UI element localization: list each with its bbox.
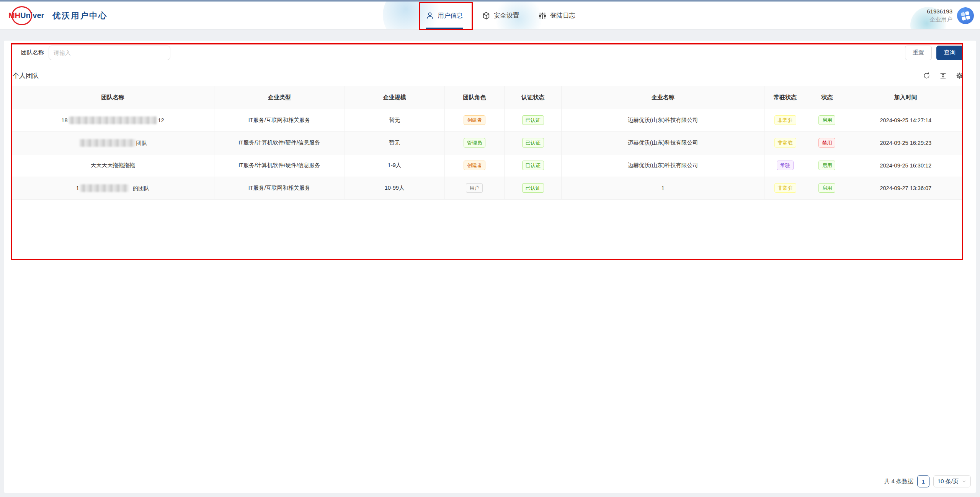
login-log-sliders-icon xyxy=(538,11,547,20)
company-scale-cell: 暂无 xyxy=(345,109,444,131)
section-title: 个人团队 xyxy=(13,71,39,80)
resident-status-cell: 非常驻 xyxy=(764,131,806,154)
company-type-cell: IT服务/计算机软件/硬件/信息服务 xyxy=(214,154,345,177)
team-name-input[interactable] xyxy=(49,46,170,60)
chevron-down-icon xyxy=(962,479,967,484)
cert-status-cell: 已认证 xyxy=(505,131,562,154)
app-logo: MHUniver 优沃用户中心 xyxy=(6,2,108,30)
total-count-label: 共 4 条数据 xyxy=(884,478,913,485)
refresh-icon[interactable] xyxy=(923,72,930,79)
company-scale-cell: 暂无 xyxy=(345,131,444,154)
resident-status-cell: 非常驻 xyxy=(764,109,806,131)
top-border-line xyxy=(0,0,980,2)
redacted-text xyxy=(69,116,157,124)
team-role-cell: 用户 xyxy=(444,177,505,199)
page-number-button[interactable]: 1 xyxy=(917,475,929,487)
company-scale-cell: 10-99人 xyxy=(345,177,444,199)
cert-status-cell: 已认证 xyxy=(505,177,562,199)
team-name-cell: 团队 xyxy=(11,131,214,154)
status-tag: 常驻 xyxy=(777,161,794,171)
resident-status-cell: 常驻 xyxy=(764,154,806,177)
company-name-cell: 迈赫优沃(山东)科技有限公司 xyxy=(562,131,764,154)
column-header-9: 加入时间 xyxy=(848,86,963,109)
column-header-1: 团队名称 xyxy=(11,86,214,109)
security-cube-icon xyxy=(482,11,490,20)
column-header-7: 常驻状态 xyxy=(764,86,806,109)
table-header-row: 团队名称企业类型企业规模团队角色认证状态企业名称常驻状态状态加入时间 xyxy=(11,86,963,109)
status-tag: 非常驻 xyxy=(774,115,796,125)
status-tag: 用户 xyxy=(466,183,483,193)
app-title: 优沃用户中心 xyxy=(52,10,108,21)
status-tag: 非常驻 xyxy=(774,183,796,193)
table-row: 1_的团队IT服务/互联网和相关服务10-99人用户已认证1非常驻启用2024-… xyxy=(11,177,963,199)
tab-user-info[interactable]: 用户信息 xyxy=(426,2,463,30)
resident-status-cell: 非常驻 xyxy=(764,177,806,199)
tab-security-settings[interactable]: 安全设置 xyxy=(482,2,519,30)
status-cell: 启用 xyxy=(806,109,848,131)
cert-status-cell: 已认证 xyxy=(505,109,562,131)
team-name-text: 1 xyxy=(76,185,79,191)
team-name-text: 天天天天拖拖拖拖 xyxy=(91,162,135,168)
app-header: MHUniver 优沃用户中心 用户信息 安全设置 登陆日志 xyxy=(0,2,980,30)
status-tag: 创建者 xyxy=(464,115,485,125)
column-header-3: 企业规模 xyxy=(345,86,444,109)
mhuniver-logo: MHUniver xyxy=(6,11,46,20)
page-size-value: 10 条/页 xyxy=(938,478,959,485)
team-role-cell: 管理员 xyxy=(444,131,505,154)
settings-gear-icon[interactable] xyxy=(956,72,963,79)
company-type-cell: IT服务/互联网和相关服务 xyxy=(214,109,345,131)
team-name-text: _的团队 xyxy=(130,185,150,191)
page-size-select[interactable]: 10 条/页 xyxy=(933,475,971,487)
status-tag: 管理员 xyxy=(464,138,485,148)
avatar-squares-icon xyxy=(960,10,971,21)
team-role-cell: 创建者 xyxy=(444,154,505,177)
company-scale-cell: 1-9人 xyxy=(345,154,444,177)
nav-tabs: 用户信息 安全设置 登陆日志 xyxy=(426,2,575,30)
tab-label: 登陆日志 xyxy=(550,11,575,20)
team-name-cell: 天天天天拖拖拖拖 xyxy=(11,154,214,177)
status-tag: 启用 xyxy=(818,183,835,193)
company-type-cell: IT服务/计算机软件/硬件/信息服务 xyxy=(214,131,345,154)
cert-status-cell: 已认证 xyxy=(505,154,562,177)
reset-button[interactable]: 重置 xyxy=(905,46,932,60)
status-cell: 启用 xyxy=(806,177,848,199)
status-cell: 启用 xyxy=(806,154,848,177)
status-tag: 已认证 xyxy=(522,183,544,193)
user-account-area[interactable]: 61936193 企业用户 xyxy=(927,2,974,30)
column-header-8: 状态 xyxy=(806,86,848,109)
join-time-cell: 2024-09-25 16:29:23 xyxy=(848,131,963,154)
status-tag: 已认证 xyxy=(522,115,544,125)
table-row: 团队IT服务/计算机软件/硬件/信息服务暂无管理员已认证迈赫优沃(山东)科技有限… xyxy=(11,131,963,154)
company-name-cell: 迈赫优沃(山东)科技有限公司 xyxy=(562,154,764,177)
team-name-text: 12 xyxy=(158,117,164,123)
user-icon xyxy=(426,11,434,20)
search-button[interactable]: 查询 xyxy=(936,46,963,60)
join-time-cell: 2024-09-25 16:30:12 xyxy=(848,154,963,177)
status-tag: 禁用 xyxy=(818,138,835,148)
team-name-cell: 1812 xyxy=(11,109,214,131)
team-name-text: 团队 xyxy=(136,140,147,146)
avatar[interactable] xyxy=(957,7,974,24)
company-name-cell: 1 xyxy=(562,177,764,199)
tab-label: 安全设置 xyxy=(494,11,519,20)
pagination: 共 4 条数据 1 10 条/页 xyxy=(884,475,971,487)
user-id: 61936193 xyxy=(927,8,952,15)
company-name-cell: 迈赫优沃(山东)科技有限公司 xyxy=(562,109,764,131)
status-tag: 已认证 xyxy=(522,138,544,148)
content-card: 团队名称 重置 查询 个人团队 团队名称企业类型企业规模团队角色 xyxy=(4,41,976,493)
status-cell: 禁用 xyxy=(806,131,848,154)
team-name-cell: 1_的团队 xyxy=(11,177,214,199)
team-role-cell: 创建者 xyxy=(444,109,505,131)
tab-label: 用户信息 xyxy=(438,11,463,20)
column-header-5: 认证状态 xyxy=(505,86,562,109)
status-tag: 创建者 xyxy=(464,161,485,171)
company-type-cell: IT服务/互联网和相关服务 xyxy=(214,177,345,199)
status-tag: 非常驻 xyxy=(774,138,796,148)
table-row: 1812IT服务/互联网和相关服务暂无创建者已认证迈赫优沃(山东)科技有限公司非… xyxy=(11,109,963,131)
join-time-cell: 2024-09-27 13:36:07 xyxy=(848,177,963,199)
logo-ring-decoration xyxy=(11,6,32,25)
redacted-text xyxy=(80,139,135,147)
density-icon[interactable] xyxy=(939,72,947,79)
tab-login-log[interactable]: 登陆日志 xyxy=(538,2,575,30)
status-tag: 已认证 xyxy=(522,161,544,171)
